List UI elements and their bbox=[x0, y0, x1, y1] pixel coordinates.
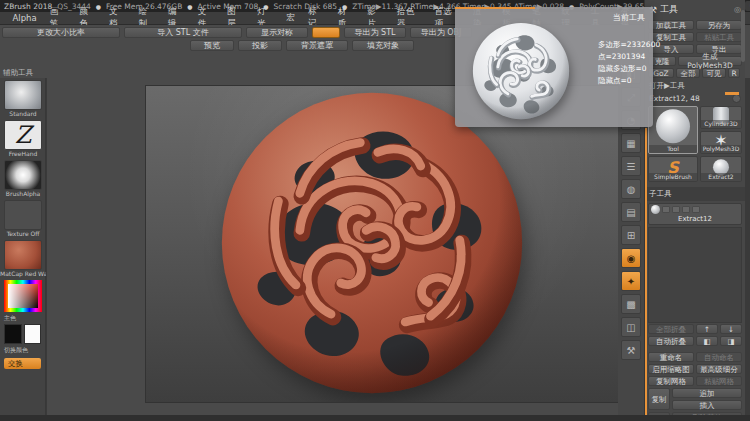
tool-refresh-icon[interactable] bbox=[732, 94, 741, 103]
floor-grid-button[interactable]: ⊞ bbox=[621, 225, 641, 245]
goz-visible-button[interactable]: 可见 bbox=[702, 68, 726, 78]
polygon-count: 多边形=2332600 bbox=[598, 39, 660, 51]
eye-icon[interactable] bbox=[662, 206, 670, 213]
brush-selector-standard[interactable]: Standard bbox=[0, 78, 46, 118]
tool-slot-active[interactable]: Tool bbox=[648, 106, 698, 154]
matcap-red-wax-thumbnail bbox=[4, 240, 42, 270]
save-as-button[interactable]: 另存为 bbox=[696, 20, 742, 30]
back-mask-button[interactable]: 背景遮罩 bbox=[286, 40, 348, 51]
subtool-list-empty-area[interactable] bbox=[648, 227, 742, 323]
shelf-section-label: 辅助工具 bbox=[3, 68, 33, 78]
stroke-selector-freehand[interactable]: Z FreeHand bbox=[0, 118, 46, 158]
goz-r-button[interactable]: R bbox=[728, 68, 740, 78]
canvas-area bbox=[47, 78, 618, 415]
fold-left-icon-button[interactable]: ◧ bbox=[696, 336, 718, 346]
move-subtool-down-button[interactable]: ↓ bbox=[720, 324, 742, 334]
sphere-tool-icon bbox=[656, 109, 690, 143]
fold-all-button[interactable]: 全部折叠 bbox=[648, 324, 694, 334]
auto-fold-button[interactable]: 自动折叠 bbox=[648, 336, 694, 346]
mini-slider[interactable] bbox=[725, 92, 739, 95]
texture-off-thumbnail bbox=[4, 200, 42, 230]
switch-color-label: 切换颜色 bbox=[0, 344, 45, 356]
material-selector[interactable]: MatCap Red Wax bbox=[0, 238, 46, 278]
actual-size-button[interactable]: ▦ bbox=[621, 133, 641, 153]
fold-right-icon-button[interactable]: ◨ bbox=[720, 336, 742, 346]
project-button[interactable]: 投影 bbox=[238, 40, 282, 51]
enable-thumbnail-button[interactable]: 启用缩略图 bbox=[648, 364, 694, 374]
subtool-section-header[interactable]: 子工具 bbox=[645, 187, 745, 201]
move-subtool-up-button[interactable]: ↑ bbox=[696, 324, 718, 334]
texture-selector[interactable]: Texture Off bbox=[0, 198, 46, 238]
quicksave-button[interactable]: QuickSave bbox=[745, 1, 750, 11]
auto-rename-button[interactable]: 自动命名 bbox=[696, 352, 742, 362]
subtool-list-item[interactable]: Extract12 bbox=[648, 203, 742, 225]
tool-slot-cylinder3d[interactable]: Cylinder3D bbox=[700, 106, 742, 129]
tool-slot-polymesh3d[interactable]: ✶ PolyMesh3D bbox=[700, 131, 742, 154]
paste-tool-button[interactable]: 粘贴工具 bbox=[696, 32, 742, 42]
current-tool-title: 当前工具 bbox=[613, 12, 645, 23]
ghost-button[interactable]: ◫ bbox=[621, 317, 641, 337]
current-tool-panel: 当前工具 多边形=2332600 点=2301394 隐藏多边形=0 隐藏点=0 bbox=[455, 7, 653, 127]
tool-slot-extract2[interactable]: Extract2 bbox=[700, 156, 742, 182]
active-tool-name-row[interactable]: Extract12, 48 bbox=[645, 93, 745, 104]
menu-item-macro[interactable]: 宏 bbox=[280, 12, 302, 24]
mesh-statistics: 多边形=2332600 点=2301394 隐藏多边形=0 隐藏点=0 bbox=[598, 39, 660, 87]
paste-mesh-button[interactable]: 粘贴网格 bbox=[696, 376, 742, 386]
subtool-thumbnail bbox=[651, 205, 660, 214]
transparency-button[interactable]: ▩ bbox=[621, 294, 641, 314]
xpose-button[interactable]: ⚒ bbox=[621, 340, 641, 360]
polyframe-button[interactable]: ◉ bbox=[621, 248, 641, 268]
panel-accent-line bbox=[455, 7, 535, 9]
solo-button[interactable]: ✦ bbox=[621, 271, 641, 291]
sculpted-sphere-model[interactable] bbox=[216, 87, 528, 399]
paintbrush-icon[interactable] bbox=[672, 206, 680, 213]
append-button[interactable]: 追加 bbox=[672, 388, 742, 398]
panel-scrollbar[interactable] bbox=[741, 10, 745, 62]
highest-subdiv-button[interactable]: 最高级细分 bbox=[696, 364, 742, 374]
menu-item-alpha[interactable]: Alpha bbox=[6, 13, 43, 23]
freehand-stroke-thumbnail: Z bbox=[4, 120, 42, 150]
tool-palette-title: 工具 bbox=[660, 3, 678, 16]
active-tool-name: Extract12, 48 bbox=[649, 94, 700, 103]
rename-button[interactable]: 重命名 bbox=[648, 352, 694, 362]
standard-brush-thumbnail bbox=[4, 80, 42, 110]
swap-color-button[interactable]: 交换 bbox=[4, 358, 41, 369]
subtool-name: Extract12 bbox=[649, 215, 741, 224]
gear-icon[interactable]: ◎ bbox=[734, 5, 741, 14]
tool-inventory: Tool Cylinder3D ✶ PolyMesh3D S SimpleBru… bbox=[645, 104, 745, 184]
brush-alpha-thumbnail bbox=[4, 160, 42, 190]
bottom-bar bbox=[0, 415, 750, 421]
copy-mesh-button[interactable]: 复制网格 bbox=[648, 376, 694, 386]
alpha-selector[interactable]: BrushAlpha bbox=[0, 158, 46, 198]
preview-button[interactable]: 预览 bbox=[190, 40, 234, 51]
document-canvas[interactable] bbox=[146, 86, 640, 402]
show-symmetry-button[interactable]: 显示对称 bbox=[246, 27, 308, 38]
left-tray: Standard Z FreeHand BrushAlpha Texture O… bbox=[0, 78, 46, 415]
duplicate-button[interactable]: 复制 bbox=[648, 388, 670, 410]
make-polymesh3d-button[interactable]: 生成 PolyMesh3D bbox=[678, 56, 742, 66]
polypaint-icon[interactable] bbox=[682, 206, 690, 213]
resize-document-button[interactable]: 更改大小比率 bbox=[2, 27, 120, 38]
tool-slot-simplebrush[interactable]: S SimpleBrush bbox=[648, 156, 698, 182]
uv-icon[interactable] bbox=[692, 206, 700, 213]
point-count: 点=2301394 bbox=[598, 51, 660, 63]
secondary-color-swatch[interactable] bbox=[24, 324, 42, 344]
local-symmetry-button[interactable]: ◍ bbox=[621, 179, 641, 199]
hidden-polygon-count: 隐藏多边形=0 bbox=[598, 63, 660, 75]
load-tool-button[interactable]: 加载工具 bbox=[648, 20, 694, 30]
export-stl-button[interactable]: 导出为 STL bbox=[344, 27, 406, 38]
hidden-point-count: 隐藏点=0 bbox=[598, 75, 660, 87]
perspective-button[interactable]: ▤ bbox=[621, 202, 641, 222]
saturation-value-square[interactable] bbox=[8, 284, 38, 308]
fill-object-button[interactable]: 填充对象 bbox=[352, 40, 414, 51]
export-stl-chip[interactable] bbox=[312, 27, 340, 38]
frame-button[interactable]: ☰ bbox=[621, 156, 641, 176]
insert-button[interactable]: 插入 bbox=[672, 400, 742, 410]
current-tool-preview[interactable] bbox=[471, 21, 571, 121]
color-picker[interactable] bbox=[4, 280, 42, 312]
goz-all-button[interactable]: 全部 bbox=[676, 68, 700, 78]
main-color-label: 主色 bbox=[0, 312, 45, 324]
color-swatches bbox=[0, 324, 45, 344]
import-stl-button[interactable]: 导入 STL 文件 bbox=[124, 27, 242, 38]
primary-color-swatch[interactable] bbox=[4, 324, 22, 344]
